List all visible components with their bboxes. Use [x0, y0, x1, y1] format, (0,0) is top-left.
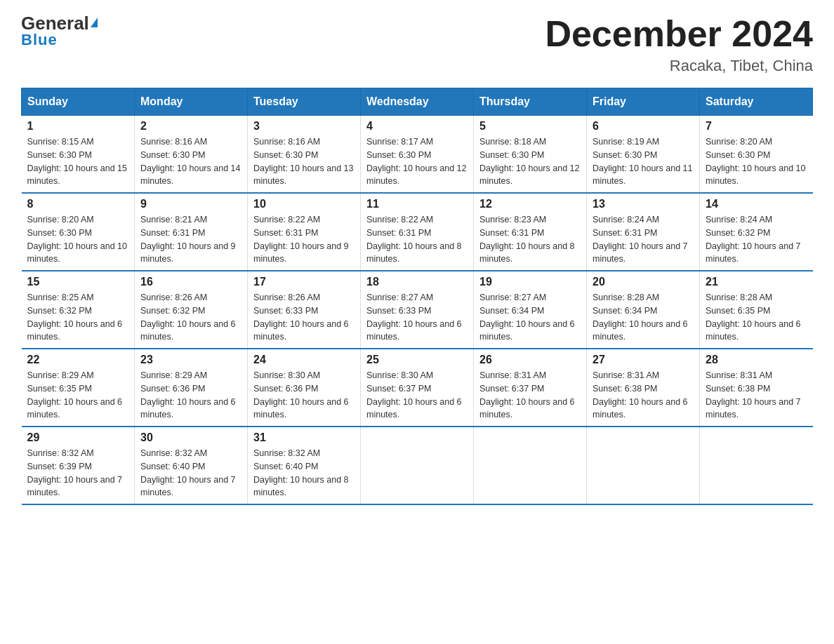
calendar-cell: 26 Sunrise: 8:31 AMSunset: 6:37 PMDaylig… [474, 349, 587, 427]
day-number: 6 [593, 120, 694, 133]
day-info: Sunrise: 8:26 AMSunset: 6:32 PMDaylight:… [140, 291, 241, 344]
calendar-cell [700, 427, 813, 504]
day-info: Sunrise: 8:16 AMSunset: 6:30 PMDaylight:… [140, 135, 241, 188]
day-number: 9 [140, 198, 241, 210]
calendar-cell: 6 Sunrise: 8:19 AMSunset: 6:30 PMDayligh… [587, 116, 700, 194]
day-number: 26 [479, 354, 581, 366]
day-info: Sunrise: 8:31 AMSunset: 6:38 PMDaylight:… [593, 369, 694, 422]
calendar-cell: 24 Sunrise: 8:30 AMSunset: 6:36 PMDaylig… [248, 349, 361, 427]
week-row-3: 15 Sunrise: 8:25 AMSunset: 6:32 PMDaylig… [22, 271, 813, 349]
location: Racaka, Tibet, China [545, 57, 813, 75]
week-row-2: 8 Sunrise: 8:20 AMSunset: 6:30 PMDayligh… [22, 193, 813, 271]
day-info: Sunrise: 8:27 AMSunset: 6:33 PMDaylight:… [366, 291, 468, 344]
day-info: Sunrise: 8:23 AMSunset: 6:31 PMDaylight:… [479, 213, 581, 266]
day-info: Sunrise: 8:21 AMSunset: 6:31 PMDaylight:… [140, 213, 241, 266]
calendar-cell: 1 Sunrise: 8:15 AMSunset: 6:30 PMDayligh… [22, 116, 135, 194]
day-info: Sunrise: 8:22 AMSunset: 6:31 PMDaylight:… [253, 213, 355, 266]
day-number: 10 [253, 198, 355, 210]
calendar-cell: 11 Sunrise: 8:22 AMSunset: 6:31 PMDaylig… [361, 193, 474, 271]
calendar-cell: 4 Sunrise: 8:17 AMSunset: 6:30 PMDayligh… [361, 116, 474, 194]
day-info: Sunrise: 8:28 AMSunset: 6:34 PMDaylight:… [593, 291, 694, 344]
calendar-cell: 20 Sunrise: 8:28 AMSunset: 6:34 PMDaylig… [587, 271, 700, 349]
calendar-cell: 8 Sunrise: 8:20 AMSunset: 6:30 PMDayligh… [22, 193, 135, 271]
calendar-cell: 9 Sunrise: 8:21 AMSunset: 6:31 PMDayligh… [135, 193, 248, 271]
day-number: 21 [706, 276, 807, 288]
calendar-cell: 16 Sunrise: 8:26 AMSunset: 6:32 PMDaylig… [135, 271, 248, 349]
day-info: Sunrise: 8:20 AMSunset: 6:30 PMDaylight:… [27, 213, 129, 266]
week-row-5: 29 Sunrise: 8:32 AMSunset: 6:39 PMDaylig… [22, 427, 813, 504]
calendar-cell: 14 Sunrise: 8:24 AMSunset: 6:32 PMDaylig… [700, 193, 813, 271]
calendar-cell: 22 Sunrise: 8:29 AMSunset: 6:35 PMDaylig… [22, 349, 135, 427]
calendar-cell: 7 Sunrise: 8:20 AMSunset: 6:30 PMDayligh… [700, 116, 813, 194]
calendar-cell [474, 427, 587, 504]
calendar-cell: 31 Sunrise: 8:32 AMSunset: 6:40 PMDaylig… [248, 427, 361, 504]
day-number: 19 [479, 276, 581, 288]
calendar-cell: 3 Sunrise: 8:16 AMSunset: 6:30 PMDayligh… [248, 116, 361, 194]
day-number: 1 [27, 120, 129, 133]
day-number: 29 [27, 431, 129, 444]
day-number: 3 [253, 120, 355, 133]
day-header-monday: Monday [135, 88, 248, 116]
day-header-saturday: Saturday [700, 88, 813, 116]
logo: General Blue [21, 14, 98, 49]
logo-blue-line: Blue [21, 31, 58, 49]
week-row-1: 1 Sunrise: 8:15 AMSunset: 6:30 PMDayligh… [22, 116, 813, 194]
day-number: 25 [366, 354, 468, 366]
day-number: 24 [253, 354, 355, 366]
day-info: Sunrise: 8:24 AMSunset: 6:31 PMDaylight:… [593, 213, 694, 266]
day-info: Sunrise: 8:28 AMSunset: 6:35 PMDaylight:… [706, 291, 807, 344]
day-number: 16 [140, 276, 241, 288]
day-number: 8 [27, 198, 129, 210]
calendar-cell: 19 Sunrise: 8:27 AMSunset: 6:34 PMDaylig… [474, 271, 587, 349]
day-info: Sunrise: 8:18 AMSunset: 6:30 PMDaylight:… [479, 135, 581, 188]
day-info: Sunrise: 8:32 AMSunset: 6:40 PMDaylight:… [140, 447, 241, 499]
day-number: 22 [27, 354, 129, 366]
day-number: 7 [706, 120, 807, 133]
calendar-cell: 23 Sunrise: 8:29 AMSunset: 6:36 PMDaylig… [135, 349, 248, 427]
day-info: Sunrise: 8:31 AMSunset: 6:37 PMDaylight:… [479, 369, 581, 422]
calendar-cell: 17 Sunrise: 8:26 AMSunset: 6:33 PMDaylig… [248, 271, 361, 349]
day-number: 14 [706, 198, 807, 210]
day-info: Sunrise: 8:15 AMSunset: 6:30 PMDaylight:… [27, 135, 129, 188]
day-header-sunday: Sunday [22, 88, 135, 116]
day-number: 13 [593, 198, 694, 210]
day-number: 28 [706, 354, 807, 366]
calendar-cell: 29 Sunrise: 8:32 AMSunset: 6:39 PMDaylig… [22, 427, 135, 504]
calendar-cell: 5 Sunrise: 8:18 AMSunset: 6:30 PMDayligh… [474, 116, 587, 194]
day-info: Sunrise: 8:30 AMSunset: 6:36 PMDaylight:… [253, 369, 355, 422]
day-number: 17 [253, 276, 355, 288]
day-info: Sunrise: 8:29 AMSunset: 6:36 PMDaylight:… [140, 369, 241, 422]
calendar-cell: 15 Sunrise: 8:25 AMSunset: 6:32 PMDaylig… [22, 271, 135, 349]
day-info: Sunrise: 8:30 AMSunset: 6:37 PMDaylight:… [366, 369, 468, 422]
day-info: Sunrise: 8:24 AMSunset: 6:32 PMDaylight:… [706, 213, 807, 266]
day-header-wednesday: Wednesday [361, 88, 474, 116]
day-info: Sunrise: 8:32 AMSunset: 6:39 PMDaylight:… [27, 447, 129, 499]
calendar-cell: 18 Sunrise: 8:27 AMSunset: 6:33 PMDaylig… [361, 271, 474, 349]
day-info: Sunrise: 8:17 AMSunset: 6:30 PMDaylight:… [366, 135, 468, 188]
day-number: 5 [479, 120, 581, 133]
calendar-cell: 2 Sunrise: 8:16 AMSunset: 6:30 PMDayligh… [135, 116, 248, 194]
calendar-cell [361, 427, 474, 504]
calendar-cell: 13 Sunrise: 8:24 AMSunset: 6:31 PMDaylig… [587, 193, 700, 271]
day-info: Sunrise: 8:26 AMSunset: 6:33 PMDaylight:… [253, 291, 355, 344]
month-title: December 2024 [545, 14, 813, 54]
day-number: 20 [593, 276, 694, 288]
calendar-cell: 28 Sunrise: 8:31 AMSunset: 6:38 PMDaylig… [700, 349, 813, 427]
day-number: 27 [593, 354, 694, 366]
calendar-cell: 21 Sunrise: 8:28 AMSunset: 6:35 PMDaylig… [700, 271, 813, 349]
logo-text: General [21, 14, 98, 32]
day-header-tuesday: Tuesday [248, 88, 361, 116]
day-number: 30 [140, 431, 241, 444]
day-number: 2 [140, 120, 241, 133]
day-info: Sunrise: 8:29 AMSunset: 6:35 PMDaylight:… [27, 369, 129, 422]
day-info: Sunrise: 8:19 AMSunset: 6:30 PMDaylight:… [593, 135, 694, 188]
title-block: December 2024 Racaka, Tibet, China [545, 14, 813, 75]
calendar-cell: 10 Sunrise: 8:22 AMSunset: 6:31 PMDaylig… [248, 193, 361, 271]
day-number: 23 [140, 354, 241, 366]
calendar-table: SundayMondayTuesdayWednesdayThursdayFrid… [21, 88, 813, 505]
day-number: 18 [366, 276, 468, 288]
day-info: Sunrise: 8:16 AMSunset: 6:30 PMDaylight:… [253, 135, 355, 188]
day-info: Sunrise: 8:22 AMSunset: 6:31 PMDaylight:… [366, 213, 468, 266]
day-header-friday: Friday [587, 88, 700, 116]
calendar-cell: 30 Sunrise: 8:32 AMSunset: 6:40 PMDaylig… [135, 427, 248, 504]
